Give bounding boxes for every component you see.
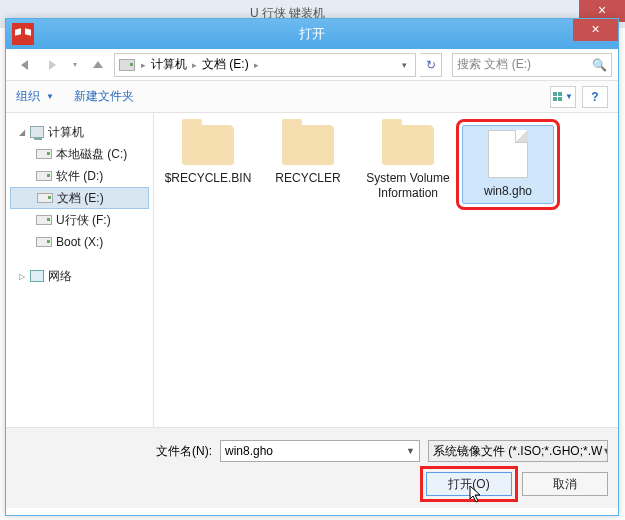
arrow-right-icon [49, 60, 56, 70]
titlebar: 打开 × [6, 19, 618, 49]
breadcrumb[interactable]: ▸ 计算机 ▸ 文档 (E:) ▸ ▾ [114, 53, 416, 77]
chevron-right-icon: ▸ [139, 60, 148, 70]
nav-up-button[interactable] [86, 53, 110, 77]
folder-icon [382, 125, 434, 165]
help-icon: ? [591, 90, 598, 104]
drive-icon [36, 149, 52, 159]
arrow-up-icon [93, 61, 103, 68]
open-button-label: 打开(O) [448, 476, 489, 493]
tree-item-network[interactable]: ▷ 网络 [10, 265, 149, 287]
file-item[interactable]: RECYCLER [262, 125, 354, 186]
file-icon [488, 130, 528, 178]
nav-forward-button [40, 53, 64, 77]
tree-item-computer[interactable]: ◢ 计算机 [10, 121, 149, 143]
folder-icon [282, 125, 334, 165]
tree-label: 计算机 [48, 124, 84, 141]
tree-label: 本地磁盘 (C:) [56, 146, 127, 163]
chevron-right-icon: ▸ [252, 60, 261, 70]
network-icon [30, 270, 44, 282]
tree-item-drive-e[interactable]: 文档 (E:) [10, 187, 149, 209]
folder-tree: ◢ 计算机 本地磁盘 (C:) 软件 (D:) 文档 (E:) U行侠 (F:) [6, 113, 154, 427]
file-item[interactable]: $RECYCLE.BIN [162, 125, 254, 186]
filename-input[interactable]: win8.gho ▼ [220, 440, 420, 462]
view-mode-button[interactable]: ▼ [550, 86, 576, 108]
toolbar: 组织 ▼ 新建文件夹 ▼ ? [6, 81, 618, 113]
tree-twisty-icon[interactable]: ◢ [18, 128, 26, 137]
nav-recent-button[interactable]: ▾ [68, 53, 82, 77]
drive-icon [37, 193, 53, 203]
file-name: RECYCLER [262, 171, 354, 186]
cancel-button-label: 取消 [553, 476, 577, 493]
open-file-dialog: 打开 × ▾ ▸ 计算机 ▸ 文档 (E:) ▸ ▾ ↻ 搜索 文档 (E:) … [5, 18, 619, 516]
drive-icon [119, 59, 135, 71]
tree-item-drive-d[interactable]: 软件 (D:) [10, 165, 149, 187]
drive-icon [36, 237, 52, 247]
refresh-icon: ↻ [426, 58, 436, 72]
file-item[interactable]: System Volume Information [362, 125, 454, 201]
chevron-down-icon: ▼ [565, 92, 573, 101]
filename-value: win8.gho [225, 444, 406, 458]
chevron-down-icon[interactable]: ▼ [46, 92, 54, 101]
filter-text: 系统镜像文件 (*.ISO;*.GHO;*.W [433, 443, 602, 460]
nav-bar: ▾ ▸ 计算机 ▸ 文档 (E:) ▸ ▾ ↻ 搜索 文档 (E:) 🔍 [6, 49, 618, 81]
filename-label: 文件名(N): [156, 443, 212, 460]
tree-item-drive-c[interactable]: 本地磁盘 (C:) [10, 143, 149, 165]
tree-item-drive-x[interactable]: Boot (X:) [10, 231, 149, 253]
folder-icon [182, 125, 234, 165]
tree-label: 文档 (E:) [57, 190, 104, 207]
tree-label: 软件 (D:) [56, 168, 103, 185]
drive-icon [36, 171, 52, 181]
file-name: $RECYCLE.BIN [162, 171, 254, 186]
file-name: win8.gho [463, 184, 553, 199]
open-button[interactable]: 打开(O) [426, 472, 512, 496]
tree-item-drive-f[interactable]: U行侠 (F:) [10, 209, 149, 231]
chevron-down-icon: ▾ [73, 60, 77, 69]
arrow-left-icon [21, 60, 28, 70]
chevron-down-icon[interactable]: ▼ [406, 446, 415, 456]
help-button[interactable]: ? [582, 86, 608, 108]
drive-icon [36, 215, 52, 225]
tree-label: Boot (X:) [56, 235, 103, 249]
new-folder-button[interactable]: 新建文件夹 [74, 88, 134, 105]
breadcrumb-root[interactable]: 计算机 [148, 56, 190, 73]
close-icon[interactable]: × [573, 19, 618, 41]
cancel-button[interactable]: 取消 [522, 472, 608, 496]
search-icon: 🔍 [592, 58, 607, 72]
file-name: System Volume Information [362, 171, 454, 201]
nav-back-button[interactable] [12, 53, 36, 77]
tree-label: U行侠 (F:) [56, 212, 111, 229]
computer-icon [30, 126, 44, 138]
file-item-selected[interactable]: win8.gho [462, 125, 554, 204]
tree-label: 网络 [48, 268, 72, 285]
refresh-button[interactable]: ↻ [420, 53, 442, 77]
file-type-filter[interactable]: 系统镜像文件 (*.ISO;*.GHO;*.W ▼ [428, 440, 608, 462]
dialog-title: 打开 [6, 25, 618, 43]
search-placeholder: 搜索 文档 (E:) [457, 56, 592, 73]
grid-view-icon [553, 92, 562, 101]
organize-menu[interactable]: 组织 [16, 88, 40, 105]
tree-twisty-icon[interactable]: ▷ [18, 272, 26, 281]
dialog-footer: 文件名(N): win8.gho ▼ 系统镜像文件 (*.ISO;*.GHO;*… [6, 427, 618, 508]
breadcrumb-current[interactable]: 文档 (E:) [199, 56, 252, 73]
file-list[interactable]: $RECYCLE.BIN RECYCLER System Volume Info… [154, 113, 618, 427]
search-input[interactable]: 搜索 文档 (E:) 🔍 [452, 53, 612, 77]
path-dropdown-icon[interactable]: ▾ [398, 60, 411, 70]
chevron-down-icon[interactable]: ▼ [602, 446, 608, 456]
chevron-right-icon: ▸ [190, 60, 199, 70]
